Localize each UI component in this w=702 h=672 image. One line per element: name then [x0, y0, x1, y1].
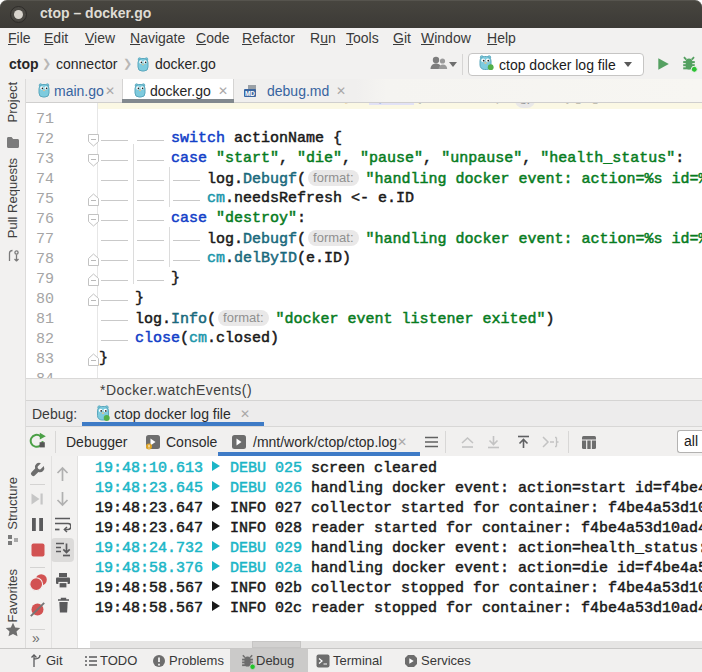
svg-text:MD: MD: [245, 90, 255, 97]
